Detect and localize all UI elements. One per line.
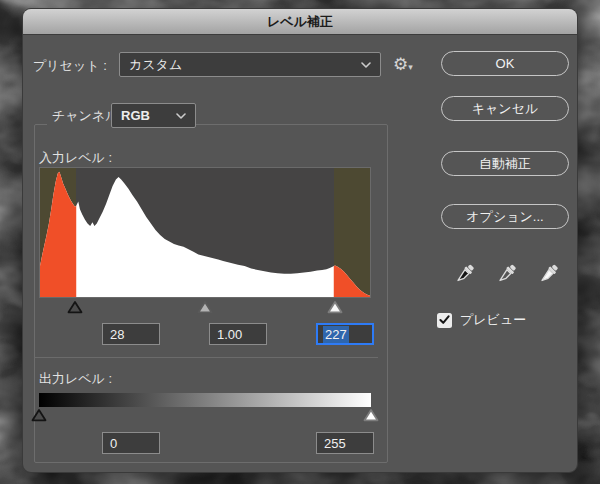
white-point-eyedropper-button[interactable] (537, 259, 560, 289)
preset-label: プリセット : (33, 57, 107, 75)
dialog-title: レベル補正 (267, 13, 333, 31)
output-shadow-field[interactable]: 0 (102, 432, 160, 454)
preset-select[interactable]: カスタム (119, 52, 381, 77)
output-gradient-bar (39, 393, 371, 407)
black-point-eyedropper-button[interactable] (453, 259, 476, 289)
preset-value: カスタム (129, 56, 182, 74)
input-gamma-field[interactable]: 1.00 (209, 323, 267, 345)
gray-point-eyedropper-icon (495, 260, 518, 288)
dialog-titlebar[interactable]: レベル補正 (23, 9, 577, 35)
chevron-down-icon (361, 62, 371, 68)
auto-correct-button[interactable]: 自動補正 (441, 151, 569, 176)
channel-value: RGB (121, 108, 150, 123)
input-shadow-slider[interactable] (67, 300, 83, 314)
output-highlight-slider[interactable] (363, 408, 379, 422)
preview-row: プレビュー (437, 311, 526, 329)
section-divider (34, 357, 378, 358)
check-icon (439, 315, 450, 325)
histogram-plot (40, 168, 370, 297)
output-shadow-value: 0 (110, 436, 117, 451)
input-gamma-value: 1.00 (217, 327, 242, 342)
input-levels-label: 入力レベル : (39, 149, 112, 167)
input-shadow-field[interactable]: 28 (102, 323, 160, 345)
histogram (39, 167, 371, 298)
gray-point-eyedropper-button[interactable] (495, 259, 518, 289)
ok-button[interactable]: OK (441, 51, 569, 76)
output-levels-label: 出力レベル : (39, 370, 112, 388)
eyedropper-toolbar (453, 259, 560, 289)
preset-options-menu-button[interactable]: ⚙ ▾ (393, 54, 413, 80)
input-highlight-field[interactable]: 227 (316, 323, 374, 345)
channel-select[interactable]: RGB (111, 103, 196, 128)
input-shadow-value: 28 (110, 327, 124, 342)
input-gamma-slider[interactable] (197, 300, 213, 314)
caret-down-icon: ▾ (408, 54, 413, 80)
output-highlight-value: 255 (324, 436, 346, 451)
gear-icon: ⚙ (393, 54, 408, 76)
output-highlight-field[interactable]: 255 (316, 432, 374, 454)
white-point-eyedropper-icon (537, 260, 560, 288)
cancel-button[interactable]: キャンセル (441, 96, 569, 121)
black-point-eyedropper-icon (453, 260, 476, 288)
preview-label[interactable]: プレビュー (460, 311, 526, 329)
chevron-down-icon (176, 113, 186, 119)
levels-dialog: レベル補正 プリセット : カスタム ⚙ ▾ OK キャンセル 自動補正 オプシ… (22, 8, 578, 473)
output-shadow-slider[interactable] (31, 408, 47, 422)
preview-checkbox[interactable] (437, 313, 452, 328)
options-button[interactable]: オプション... (441, 204, 569, 229)
input-highlight-value: 227 (323, 326, 349, 343)
input-highlight-slider[interactable] (327, 300, 343, 314)
